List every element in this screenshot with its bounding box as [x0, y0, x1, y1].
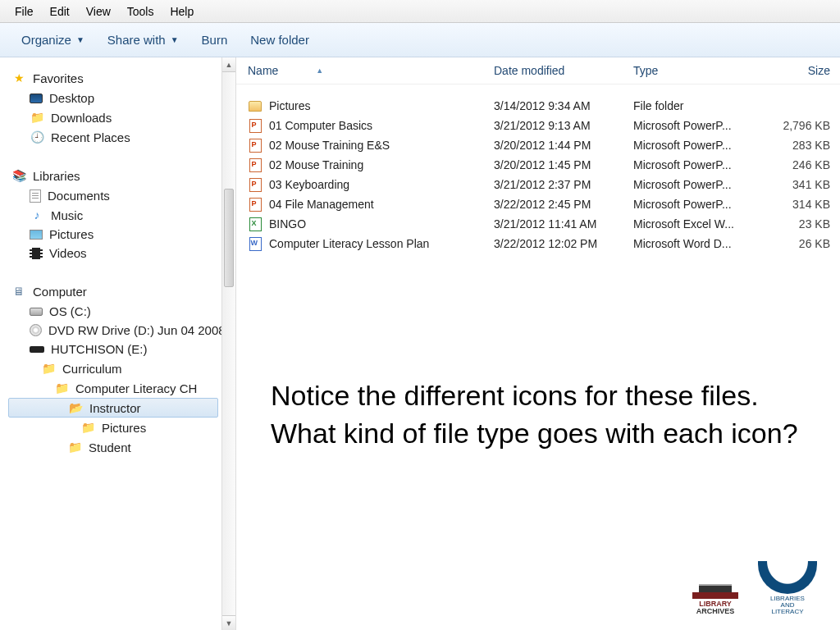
sidebar-item-label: OS (C:): [49, 304, 91, 318]
file-row[interactable]: 01 Computer Basics3/21/2012 9:13 AMMicro…: [248, 116, 840, 135]
sidebar-item-student[interactable]: 📁 Student: [8, 437, 218, 457]
column-header-name[interactable]: Name ▲: [248, 64, 494, 77]
file-size: 246 KB: [765, 158, 830, 171]
file-size: 26 KB: [765, 237, 830, 250]
menu-view[interactable]: View: [78, 2, 119, 21]
ppt-file-icon: [248, 118, 262, 133]
file-name: 04 File Management: [269, 198, 374, 211]
file-row[interactable]: Computer Literacy Lesson Plan3/22/2012 1…: [248, 234, 840, 253]
sidebar-computer-label: Computer: [33, 285, 87, 299]
sidebar-computer-header[interactable]: 🖥 Computer: [8, 281, 218, 302]
menu-tools[interactable]: Tools: [119, 2, 162, 21]
sidebar-item-pictures[interactable]: Pictures: [8, 225, 218, 244]
scroll-up-icon[interactable]: ▲: [222, 57, 235, 72]
menu-bar: File Edit View Tools Help: [0, 0, 840, 23]
file-row[interactable]: Pictures3/14/2012 9:34 AMFile folder: [248, 96, 840, 116]
disc-icon: [30, 324, 42, 336]
sidebar-item-music[interactable]: ♪ Music: [8, 205, 218, 225]
sidebar-item-label: Student: [89, 441, 131, 454]
file-row[interactable]: 02 Mouse Training E&S3/20/2012 1:44 PMMi…: [248, 135, 840, 155]
column-header-date[interactable]: Date modified: [494, 64, 633, 77]
sidebar-item-pictures-sub[interactable]: 📁 Pictures: [8, 418, 218, 437]
scroll-thumb[interactable]: [224, 189, 234, 287]
word-file-icon: [248, 236, 262, 251]
toolbar: Organize ▼ Share with ▼ Burn New folder: [0, 23, 840, 57]
sidebar-item-label: Curriculum: [62, 362, 122, 376]
logo-text: LITERACY: [771, 608, 803, 615]
menu-edit[interactable]: Edit: [42, 2, 78, 21]
file-type: Microsoft PowerP...: [633, 119, 765, 132]
recent-icon: 🕘: [30, 130, 44, 144]
folder-file-icon: [248, 98, 262, 113]
sidebar-item-clch[interactable]: 📁 Computer Literacy CH: [8, 378, 218, 398]
file-name: 01 Computer Basics: [269, 119, 372, 132]
sidebar-item-recent[interactable]: 🕘 Recent Places: [8, 127, 218, 147]
sort-ascending-icon: ▲: [316, 66, 323, 75]
sidebar-libraries-header[interactable]: 📚 Libraries: [8, 165, 218, 186]
sidebar-favorites-header[interactable]: ★ Favorites: [8, 67, 218, 89]
column-name-label: Name: [248, 64, 278, 77]
file-row[interactable]: 04 File Management3/22/2012 2:45 PMMicro…: [248, 194, 840, 214]
navigation-pane: ★ Favorites Desktop 📁 Downloads 🕘 Recent…: [0, 57, 221, 630]
file-row[interactable]: 03 Keyboarding3/21/2012 2:37 PMMicrosoft…: [248, 175, 840, 194]
sidebar-favorites-label: Favorites: [33, 71, 84, 85]
file-row[interactable]: BINGO3/21/2012 11:41 AMMicrosoft Excel W…: [248, 214, 840, 234]
toolbar-burn[interactable]: Burn: [190, 28, 240, 52]
file-type: File folder: [633, 99, 765, 112]
sidebar-item-curriculum[interactable]: 📁 Curriculum: [8, 358, 218, 378]
toolbar-share[interactable]: Share with ▼: [96, 28, 190, 52]
sidebar-item-label: Recent Places: [51, 130, 130, 144]
scroll-down-icon[interactable]: ▼: [222, 615, 235, 630]
sidebar-item-downloads[interactable]: 📁 Downloads: [8, 107, 218, 127]
logo-text: ARCHIVES: [692, 608, 738, 615]
column-header-size[interactable]: Size: [765, 64, 830, 77]
sidebar-scrollbar[interactable]: ▲ ▼: [221, 57, 236, 630]
star-icon: ★: [11, 71, 26, 85]
folder-open-icon: 📂: [68, 400, 83, 415]
sidebar-item-drive-d[interactable]: DVD RW Drive (D:) Jun 04 2008: [8, 321, 218, 340]
file-name: BINGO: [269, 217, 306, 231]
file-date: 3/14/2012 9:34 AM: [494, 99, 633, 112]
file-type: Microsoft PowerP...: [633, 198, 765, 211]
file-list: Pictures3/14/2012 9:34 AMFile folder01 C…: [236, 84, 840, 253]
sidebar-item-label: Documents: [48, 189, 110, 203]
usb-icon: [30, 346, 44, 353]
footer-logos: LIBRARY ARCHIVES LIBRARIESANDLITERACY: [692, 561, 817, 615]
toolbar-organize[interactable]: Organize ▼: [10, 28, 96, 52]
sidebar-libraries-label: Libraries: [33, 169, 80, 183]
file-date: 3/22/2012 2:45 PM: [494, 198, 633, 211]
file-size: 314 KB: [765, 198, 830, 211]
sidebar-item-label: Instructor: [89, 401, 141, 415]
dropdown-arrow-icon: ▼: [171, 35, 179, 44]
sidebar-item-videos[interactable]: Videos: [8, 244, 218, 262]
file-date: 3/21/2012 2:37 PM: [494, 178, 633, 191]
file-list-pane: Name ▲ Date modified Type Size Pictures3…: [236, 57, 840, 630]
sidebar-item-documents[interactable]: Documents: [8, 186, 218, 205]
toolbar-share-label: Share with: [107, 33, 166, 47]
annotation-text: Notice the different icons for these fil…: [271, 377, 807, 453]
annotation-line: Notice the different icons for these fil…: [271, 377, 807, 415]
menu-file[interactable]: File: [7, 2, 42, 21]
column-header-type[interactable]: Type: [633, 64, 765, 77]
annotation-line: What kind of file type goes with each ic…: [271, 415, 807, 453]
file-type: Microsoft PowerP...: [633, 158, 765, 171]
sidebar-item-instructor[interactable]: 📂 Instructor: [8, 398, 218, 418]
file-size: 23 KB: [765, 217, 830, 231]
file-type: Microsoft PowerP...: [633, 139, 765, 152]
library-archives-logo: LIBRARY ARCHIVES: [692, 592, 738, 615]
ppt-file-icon: [248, 177, 262, 192]
sidebar-item-drive-e[interactable]: HUTCHISON (E:): [8, 340, 218, 358]
folder-icon: 📁: [54, 381, 69, 395]
drive-icon: [30, 308, 43, 316]
file-name: Computer Literacy Lesson Plan: [269, 237, 429, 250]
sidebar-item-desktop[interactable]: Desktop: [8, 89, 218, 107]
menu-help[interactable]: Help: [162, 2, 202, 21]
ppt-file-icon: [248, 197, 262, 212]
libraries-literacy-logo: LIBRARIESANDLITERACY: [758, 561, 817, 615]
toolbar-newfolder[interactable]: New folder: [239, 28, 321, 52]
sidebar-item-drive-c[interactable]: OS (C:): [8, 302, 218, 321]
sidebar-item-label: DVD RW Drive (D:) Jun 04 2008: [48, 323, 221, 337]
document-icon: [30, 189, 41, 203]
file-row[interactable]: 02 Mouse Training3/20/2012 1:45 PMMicros…: [248, 155, 840, 175]
video-icon: [30, 248, 43, 259]
